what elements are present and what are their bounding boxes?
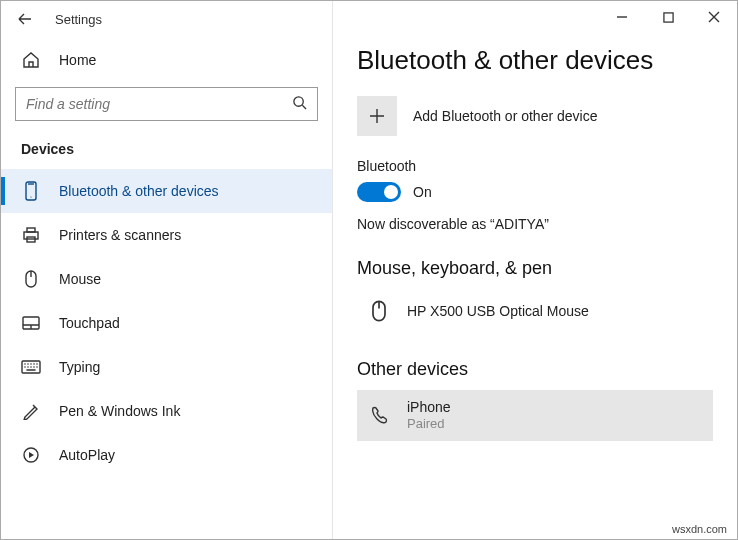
mouse-icon (21, 269, 41, 289)
search-icon (292, 95, 307, 113)
watermark: wsxdn.com (672, 523, 727, 535)
sidebar-item-bluetooth[interactable]: Bluetooth & other devices (1, 169, 332, 213)
add-device-label: Add Bluetooth or other device (413, 108, 597, 124)
device-name: iPhone (407, 398, 451, 416)
window-controls (599, 1, 737, 33)
svg-rect-4 (27, 228, 35, 232)
bluetooth-section-label: Bluetooth (357, 158, 713, 174)
sidebar-item-label: Mouse (59, 271, 101, 287)
main-content: Bluetooth & other devices Add Bluetooth … (333, 1, 737, 539)
sidebar-item-touchpad[interactable]: Touchpad (1, 301, 332, 345)
pen-icon (21, 401, 41, 421)
back-button[interactable] (13, 7, 37, 31)
autoplay-icon (21, 445, 41, 465)
device-status: Paired (407, 416, 451, 433)
sidebar-item-label: AutoPlay (59, 447, 115, 463)
titlebar: Settings (1, 1, 332, 37)
device-iphone-row[interactable]: iPhone Paired (357, 390, 713, 441)
sidebar: Settings Home Devices Bluetooth & other … (1, 1, 333, 539)
sidebar-item-label: Printers & scanners (59, 227, 181, 243)
svg-point-2 (30, 196, 31, 197)
close-button[interactable] (691, 1, 737, 33)
sidebar-item-printers[interactable]: Printers & scanners (1, 213, 332, 257)
svg-rect-3 (24, 232, 38, 239)
device-name: HP X500 USB Optical Mouse (407, 302, 589, 320)
sidebar-item-label: Typing (59, 359, 100, 375)
device-mouse-row[interactable]: HP X500 USB Optical Mouse (357, 289, 713, 333)
discoverable-status: Now discoverable as “ADITYA” (357, 216, 713, 232)
app-title: Settings (55, 12, 102, 27)
group-mouse-title: Mouse, keyboard, & pen (357, 258, 713, 279)
sidebar-item-label: Bluetooth & other devices (59, 183, 219, 199)
search-input[interactable] (26, 96, 292, 112)
phone-icon (365, 402, 393, 430)
section-header: Devices (1, 135, 332, 169)
sidebar-item-autoplay[interactable]: AutoPlay (1, 433, 332, 477)
search-box[interactable] (15, 87, 318, 121)
add-device-button[interactable]: Add Bluetooth or other device (357, 96, 713, 136)
home-icon (21, 51, 41, 69)
svg-rect-10 (663, 12, 672, 21)
plus-icon (357, 96, 397, 136)
home-label: Home (59, 52, 96, 68)
minimize-button[interactable] (599, 1, 645, 33)
keyboard-icon (21, 357, 41, 377)
touchpad-icon (21, 313, 41, 333)
group-other-title: Other devices (357, 359, 713, 380)
svg-point-0 (294, 97, 303, 106)
sidebar-item-pen[interactable]: Pen & Windows Ink (1, 389, 332, 433)
sidebar-item-typing[interactable]: Typing (1, 345, 332, 389)
home-nav[interactable]: Home (1, 37, 332, 83)
bluetooth-toggle-row: On (357, 182, 713, 202)
maximize-button[interactable] (645, 1, 691, 33)
nav-list: Bluetooth & other devices Printers & sca… (1, 169, 332, 477)
sidebar-item-label: Touchpad (59, 315, 120, 331)
bluetooth-toggle-state: On (413, 184, 432, 200)
bluetooth-toggle[interactable] (357, 182, 401, 202)
mouse-device-icon (365, 297, 393, 325)
sidebar-item-mouse[interactable]: Mouse (1, 257, 332, 301)
page-title: Bluetooth & other devices (357, 45, 713, 76)
sidebar-item-label: Pen & Windows Ink (59, 403, 180, 419)
printer-icon (21, 225, 41, 245)
bluetooth-icon (21, 181, 41, 201)
